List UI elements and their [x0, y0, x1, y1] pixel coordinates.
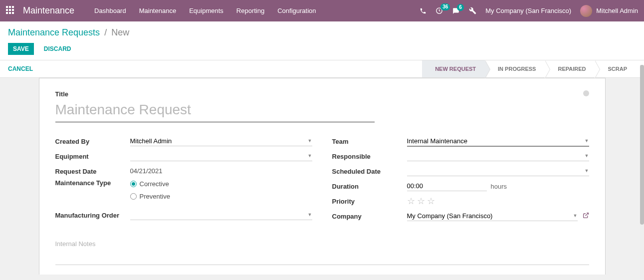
app-brand[interactable]: Maintenance	[23, 5, 74, 16]
breadcrumb-sep: /	[104, 27, 107, 37]
breadcrumb-parent[interactable]: Maintenance Requests	[8, 27, 100, 37]
apps-icon[interactable]	[6, 6, 14, 15]
stage-scrap[interactable]: SCRAP	[595, 60, 636, 77]
duration-unit: hours	[491, 183, 507, 190]
team-value[interactable]	[407, 137, 589, 145]
field-maintenance-type: Maintenance Type Corrective Preventive	[55, 179, 312, 201]
svg-rect-6	[6, 12, 8, 14]
scheduled-date-value[interactable]	[407, 167, 589, 175]
company-value[interactable]	[407, 212, 578, 220]
title-input[interactable]	[55, 100, 375, 122]
priority-stars[interactable]: ☆ ☆ ☆	[407, 196, 435, 207]
dropdown-caret-icon[interactable]: ▼	[308, 212, 312, 217]
field-scheduled-date: Scheduled Date ▼	[332, 164, 589, 178]
field-manufacturing-order: Manufacturing Order ▼	[55, 208, 312, 222]
star-icon[interactable]: ☆	[427, 196, 435, 207]
dropdown-caret-icon[interactable]: ▼	[585, 168, 589, 173]
svg-rect-1	[9, 6, 11, 8]
label-created-by: Created By	[55, 138, 130, 145]
maintenance-type-options: Corrective Preventive	[130, 179, 312, 201]
menu-equipments[interactable]: Equipments	[189, 7, 223, 14]
svg-rect-5	[12, 9, 14, 11]
company-selector[interactable]: My Company (San Francisco)	[485, 7, 571, 14]
discard-button[interactable]: DISCARD	[39, 43, 76, 55]
menu-maintenance[interactable]: Maintenance	[139, 7, 176, 14]
label-company: Company	[332, 213, 407, 220]
created-by-value[interactable]	[130, 137, 312, 145]
dropdown-caret-icon[interactable]: ▼	[585, 138, 589, 143]
external-link-icon[interactable]	[583, 212, 589, 220]
input-company[interactable]: ▼	[407, 211, 578, 221]
breadcrumb-current: New	[111, 27, 129, 37]
navbar: Maintenance Dashboard Maintenance Equipm…	[0, 0, 644, 21]
control-panel: Maintenance Requests / New SAVE DISCARD	[0, 21, 644, 60]
form-sheet: Title Created By ▼ Equipment ▼	[39, 78, 606, 275]
radio-label-corrective: Corrective	[140, 180, 169, 188]
label-duration: Duration	[332, 183, 407, 190]
input-manufacturing-order[interactable]: ▼	[130, 210, 312, 220]
svg-rect-8	[12, 12, 14, 14]
field-priority: Priority ☆ ☆ ☆	[332, 194, 589, 208]
stage-tracker: NEW REQUEST IN PROGRESS REPAIRED SCRAP	[422, 60, 636, 77]
input-created-by[interactable]: ▼	[130, 136, 312, 146]
svg-rect-3	[6, 9, 8, 11]
user-menu[interactable]: Mitchell Admin	[580, 5, 638, 17]
cancel-button[interactable]: CANCEL	[8, 65, 33, 72]
field-team: Team ▼	[332, 134, 589, 148]
title-label: Title	[55, 90, 589, 98]
form-left-column: Created By ▼ Equipment ▼ Request Date 04	[55, 134, 312, 224]
form-right-column: Team ▼ Responsible ▼ Scheduled Date	[332, 134, 589, 224]
menu-reporting[interactable]: Reporting	[236, 7, 264, 14]
user-avatar-icon	[580, 5, 592, 17]
label-responsible: Responsible	[332, 153, 407, 160]
radio-corrective[interactable]: Corrective	[130, 180, 312, 188]
equipment-value[interactable]	[130, 152, 312, 160]
duration-value[interactable]	[407, 182, 487, 190]
svg-rect-0	[6, 6, 8, 8]
input-duration[interactable]	[407, 181, 487, 191]
menu-dashboard[interactable]: Dashboard	[94, 7, 126, 14]
manufacturing-order-value[interactable]	[130, 211, 312, 219]
tools-icon[interactable]	[469, 7, 476, 14]
save-button[interactable]: SAVE	[8, 43, 34, 55]
svg-rect-4	[9, 9, 11, 11]
dropdown-caret-icon[interactable]: ▼	[585, 153, 589, 158]
input-scheduled-date[interactable]: ▼	[407, 166, 589, 176]
radio-icon	[130, 193, 137, 200]
input-equipment[interactable]: ▼	[130, 151, 312, 161]
form-grid: Created By ▼ Equipment ▼ Request Date 04	[55, 134, 589, 224]
star-icon[interactable]: ☆	[407, 196, 415, 207]
star-icon[interactable]: ☆	[417, 196, 425, 207]
input-team[interactable]: ▼	[407, 136, 589, 147]
radio-label-preventive: Preventive	[140, 193, 170, 200]
activities-badge: 36	[440, 3, 450, 10]
radio-icon	[130, 181, 137, 187]
value-request-date: 04/21/2021	[130, 166, 312, 176]
responsible-value[interactable]	[407, 152, 589, 160]
dropdown-caret-icon[interactable]: ▼	[308, 153, 312, 158]
status-bar: CANCEL NEW REQUEST IN PROGRESS REPAIRED …	[0, 60, 644, 78]
svg-rect-7	[9, 12, 11, 14]
label-manufacturing-order: Manufacturing Order	[55, 212, 130, 219]
phone-icon[interactable]	[420, 7, 427, 14]
internal-notes-input[interactable]: Internal Notes	[55, 235, 589, 265]
breadcrumb: Maintenance Requests / New	[8, 27, 636, 38]
activities-icon[interactable]: 36	[435, 7, 443, 14]
navbar-right: 36 6 My Company (San Francisco) Mitchell…	[420, 5, 638, 17]
menu-configuration[interactable]: Configuration	[277, 7, 316, 14]
input-responsible[interactable]: ▼	[407, 151, 589, 161]
svg-line-10	[585, 213, 588, 216]
kanban-state-dot[interactable]	[583, 90, 589, 96]
label-maintenance-type: Maintenance Type	[55, 179, 130, 187]
radio-preventive[interactable]: Preventive	[130, 193, 312, 200]
user-name: Mitchell Admin	[596, 7, 638, 14]
dropdown-caret-icon[interactable]: ▼	[573, 213, 578, 218]
stage-repaired[interactable]: REPAIRED	[545, 60, 595, 77]
field-company: Company ▼	[332, 209, 589, 223]
stage-new-request[interactable]: NEW REQUEST	[422, 60, 485, 77]
dropdown-caret-icon[interactable]: ▼	[308, 138, 312, 143]
scrollbar-thumb[interactable]	[640, 65, 644, 225]
stage-in-progress[interactable]: IN PROGRESS	[485, 60, 545, 77]
field-equipment: Equipment ▼	[55, 149, 312, 163]
messages-icon[interactable]: 6	[452, 7, 460, 14]
